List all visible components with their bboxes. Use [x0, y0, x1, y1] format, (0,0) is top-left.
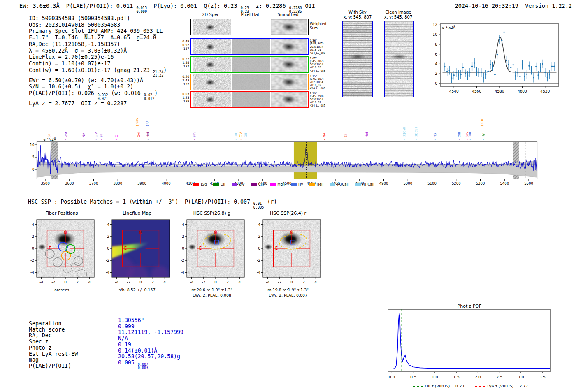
hsc-g-ew-line: EWr: 2, PLAE: 0.008 [171, 292, 253, 298]
stacked-fraction: 0.020.012 [144, 93, 155, 100]
legend-swatch [291, 183, 297, 186]
svg-text:2: 2 [32, 234, 34, 239]
cutout-cell-smooth [271, 39, 307, 54]
legend-item-(K)CaII: (K)CaII [330, 182, 348, 186]
svg-text:N: N [64, 231, 67, 235]
cutout-cell-smooth [271, 19, 307, 35]
line-label-NV: { NV [323, 132, 326, 140]
cutout-row-left-labels: 0.031.23138 [175, 92, 189, 104]
cutout-row-right-labels: 1.15"(545, 807)20231014v018_02424_LL_088 [310, 75, 335, 90]
line-label-HeII: { HeII [146, 131, 150, 140]
match-value: 0.19 [118, 342, 183, 348]
cutout-row-left-labels: 0.221.38137 [175, 57, 189, 69]
svg-text:1.0: 1.0 [432, 375, 438, 379]
cutout-cell-smooth [271, 92, 307, 107]
svg-text:0: 0 [107, 246, 109, 251]
svg-text:0: 0 [435, 81, 437, 86]
match-value: 20.58(20.57,20.58)g [118, 354, 183, 360]
svg-text:-2: -2 [257, 258, 260, 262]
svg-text:4: 4 [435, 62, 437, 66]
svg-text:-4: -4 [30, 270, 34, 274]
panel-title-hsc-g: HSC SSP(26.8) g [174, 211, 250, 216]
info-line: Cont(n) = 1.10(±0.07)e-17 [29, 60, 167, 67]
line-label-(K)CaII: { (K)CaII [402, 127, 406, 140]
hsc-r-panel: NE-4-4-2-2002244 [250, 217, 326, 287]
legend-swatch [193, 183, 199, 186]
svg-text:-4: -4 [115, 280, 118, 284]
info-line: λ = 4580.22Å σ = 3.03(±0.32)Å [29, 48, 167, 54]
cutout-cell-flat [232, 74, 270, 90]
hsc-r-ew-line: EWr: 2, PLAE: 0.007 [247, 292, 329, 298]
line-label-SiIV: { SiIV [135, 118, 139, 127]
legend-swatch [232, 183, 237, 186]
svg-text:0: 0 [139, 280, 142, 284]
clean-image [384, 21, 414, 97]
cutout-grid: WeightedSum0.480.921370.36"(545, 807)202… [190, 19, 307, 107]
info-line: S/N = 10.6(±0.5) χ² = 1.0(±0.2) [29, 84, 167, 90]
stacked-fraction: 0.010.005 [253, 202, 264, 209]
svg-text:1.5: 1.5 [453, 375, 460, 379]
with-sky-title: With Sky x, y: 545, 807 [339, 10, 376, 19]
report-version: Version 1.22.2 [525, 2, 572, 9]
timestamp-version: 2024-10-16 20:32:19 Version 1.22.2 [455, 2, 572, 9]
svg-text:N: N [290, 231, 293, 235]
clean-image-title: Clean Image x, y: 545, 807 [379, 10, 417, 19]
svg-text:0.0: 0.0 [389, 375, 395, 379]
match-table-labels: SeparationMatch scoreRA, DecSpec zPhoto … [29, 321, 78, 369]
with-sky-coords: x, y: 545, 807 [339, 15, 376, 20]
svg-text:-2: -2 [51, 280, 55, 284]
line-label-OII: { OII [145, 120, 149, 127]
panel-caption-lineflux: s/b: 8.52 +/- 0.157 [96, 287, 178, 292]
cutout-cell-smooth [271, 57, 307, 72]
photz-legend-item: LyA z (VIRUS) = 2.77 [475, 384, 528, 388]
report-datetime: 2024-10-16 20:32:19 [455, 2, 518, 9]
svg-text:4: 4 [258, 223, 260, 227]
dashed-line-sample [413, 386, 423, 387]
phot-z-legend: OII z (VIRUS) = 0.23LyA z (VIRUS) = 2.77 [384, 384, 557, 388]
cutout-row-1: 0.480.921370.36"(545, 807)20231014v018_0… [190, 38, 309, 55]
match-label-ra-dec: RA, Dec [29, 333, 78, 339]
svg-text:12: 12 [433, 23, 437, 27]
legend-item-(H)CaII: (H)CaII [355, 182, 374, 186]
match-value: 1.30556" [118, 318, 183, 324]
line-label-CIII: { CIII [480, 119, 484, 127]
panel-caption-arcsecs: arcsecs [21, 287, 103, 292]
legend-swatch [309, 183, 315, 186]
clean-source-smudge [385, 21, 413, 97]
lineflux-map-panel: NE-4-4-2-2002244 [99, 217, 175, 287]
cutout-row-3: 0.202.431371.15"(545, 807)20231014v018_0… [190, 74, 309, 90]
svg-text:2: 2 [258, 234, 260, 239]
detection-info-block: ID: 5000354583 (5000354583.pdf)Obs: 2023… [29, 15, 167, 107]
svg-text:4: 4 [314, 280, 317, 284]
line-label-NV: { NV [82, 132, 86, 140]
svg-text:-2: -2 [181, 258, 184, 262]
svg-text:4600: 4600 [518, 89, 527, 93]
match-value: 11.121119, -1.157999 [118, 329, 183, 336]
svg-text:5: 5 [32, 155, 34, 159]
line-label-OIII: { OIII [468, 132, 472, 140]
svg-text:10: 10 [433, 32, 438, 37]
svg-text:8: 8 [435, 42, 437, 46]
cutout-row-2: 0.221.381371.07"(545, 807)20231014v018_0… [190, 56, 309, 73]
match-label-spec-z: Spec z [29, 339, 78, 345]
svg-text:6: 6 [435, 52, 437, 56]
svg-text:E: E [275, 246, 278, 251]
cutout-cell-spec2d [193, 39, 231, 54]
cutout-cell-flat [232, 92, 270, 107]
svg-text:4: 4 [238, 280, 241, 284]
col-header-pixel-flat: Pixel Flat [241, 12, 260, 17]
svg-text:N: N [139, 231, 142, 235]
match-value: N/A [118, 336, 183, 342]
svg-text:-2: -2 [106, 258, 109, 262]
panel-title-lineflux-map: Lineflux Map [99, 211, 175, 216]
photz-legend-item: OII z (VIRUS) = 0.23 [413, 384, 465, 388]
zoomed-line-plot: 02468101245404560458046004620e⁻¹⁷x2Å [428, 20, 564, 98]
svg-text:2: 2 [151, 280, 154, 284]
cutout-row-right-labels: 1.07"(545, 807)20231014v018_03424_LL_088 [310, 57, 335, 72]
svg-text:-4: -4 [266, 280, 269, 284]
svg-text:2.5: 2.5 [496, 375, 502, 379]
legend-item-MgII: MgII [270, 182, 285, 186]
line-label-Hγ: { Hγ [481, 133, 485, 140]
line-label-CIV: { CIV [239, 132, 243, 140]
svg-text:4540: 4540 [449, 89, 459, 93]
